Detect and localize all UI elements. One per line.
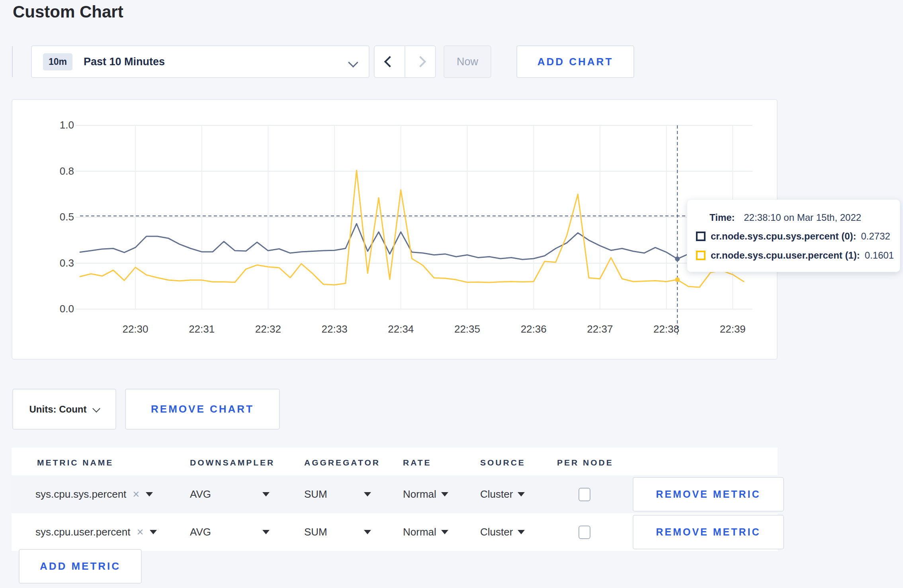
tooltip-time-value: 22:38:10 on Mar 15th, 2022: [744, 212, 861, 223]
chart-card[interactable]: [12, 99, 778, 360]
tooltip-series-row: cr.node.sys.cpu.sys.percent (0):0.2732: [696, 231, 890, 242]
tooltip-time-row: Time: 22:38:10 on Mar 15th, 2022: [710, 212, 861, 223]
per-node-cell: [579, 475, 590, 513]
metric-name-select[interactable]: sys.cpu.user.percent×: [35, 513, 157, 551]
aggregator-select[interactable]: SUM: [304, 513, 371, 551]
time-nav-group: [374, 45, 436, 78]
caret-down-icon: [364, 492, 371, 496]
caret-down-icon: [441, 530, 448, 534]
y-axis-tick-label: 0.5: [38, 211, 74, 223]
caret-down-icon: [518, 530, 525, 534]
downsampler-value: AVG: [190, 488, 211, 500]
clear-metric-icon[interactable]: ×: [137, 526, 143, 539]
x-axis-tick-label: 22:36: [506, 323, 561, 335]
caret-down-icon: [518, 492, 525, 496]
caret-down-icon: [262, 492, 270, 496]
aggregator-select[interactable]: SUM: [304, 475, 371, 513]
downsampler-select[interactable]: AVG: [190, 513, 270, 551]
chevron-down-icon: [348, 57, 358, 67]
per-node-cell: [579, 513, 590, 551]
x-axis-tick-label: 22:32: [240, 323, 296, 335]
units-select[interactable]: Units: Count: [12, 389, 116, 430]
aggregator-value: SUM: [304, 488, 327, 500]
chevron-left-icon: [384, 56, 395, 67]
column-header-aggregator: AGGREGATOR: [304, 458, 380, 467]
tooltip-series-label: cr.node.sys.cpu.user.percent (1):: [711, 250, 860, 261]
metric-row: sys.cpu.user.percent×AVGSUMNormalCluster…: [12, 513, 778, 551]
metric-name-value: sys.cpu.user.percent: [35, 526, 130, 538]
rate-value: Normal: [403, 526, 436, 538]
time-range-select[interactable]: 10m Past 10 Minutes: [31, 45, 369, 78]
metric-row: sys.cpu.sys.percent×AVGSUMNormalClusterR…: [12, 475, 778, 513]
downsampler-select[interactable]: AVG: [190, 475, 270, 513]
column-header-metric-name: METRIC NAME: [37, 458, 113, 467]
remove-metric-button[interactable]: REMOVE METRIC: [633, 477, 784, 512]
x-axis-tick-label: 22:34: [373, 323, 429, 335]
tooltip-series-label: cr.node.sys.cpu.sys.percent (0):: [711, 231, 856, 242]
y-axis-tick-label: 0.8: [38, 165, 74, 177]
source-select[interactable]: Cluster: [480, 475, 525, 513]
per-node-checkbox[interactable]: [579, 526, 590, 539]
add-chart-button[interactable]: ADD CHART: [516, 45, 634, 78]
metric-name-select[interactable]: sys.cpu.sys.percent×: [35, 475, 153, 513]
downsampler-value: AVG: [190, 526, 211, 538]
tooltip-series-row: cr.node.sys.cpu.user.percent (1):0.1601: [696, 250, 894, 261]
source-value: Cluster: [480, 526, 513, 538]
time-range-label: Past 10 Minutes: [84, 56, 165, 68]
caret-down-icon: [150, 530, 157, 534]
column-header-source: SOURCE: [480, 458, 526, 467]
column-header-rate: RATE: [403, 458, 432, 467]
x-axis-tick-label: 22:37: [572, 323, 628, 335]
remove-metric-button[interactable]: REMOVE METRIC: [633, 515, 784, 549]
y-axis-tick-label: 0.0: [38, 303, 74, 315]
x-axis-tick-label: 22:31: [174, 323, 230, 335]
time-range-badge: 10m: [43, 53, 72, 70]
chevron-down-icon: [93, 405, 101, 413]
now-button[interactable]: Now: [444, 45, 491, 78]
tooltip-time-label: Time:: [710, 212, 735, 223]
rate-select[interactable]: Normal: [403, 513, 448, 551]
aggregator-value: SUM: [304, 526, 327, 538]
add-metric-button[interactable]: ADD METRIC: [19, 549, 142, 584]
series-swatch-icon: [696, 251, 706, 260]
caret-down-icon: [146, 492, 153, 496]
caret-down-icon: [262, 530, 270, 534]
rate-value: Normal: [403, 488, 436, 500]
toolbar-divider: [12, 46, 13, 77]
column-header-per-node: PER NODE: [557, 458, 614, 467]
next-range-button[interactable]: [405, 46, 435, 77]
column-header-downsampler: DOWNSAMPLER: [190, 458, 275, 467]
remove-chart-button[interactable]: REMOVE CHART: [125, 389, 280, 430]
chevron-right-icon: [414, 56, 426, 67]
chart-tooltip: Time: 22:38:10 on Mar 15th, 2022 cr.node…: [687, 199, 900, 272]
tooltip-series-value: 0.1601: [865, 250, 894, 261]
tooltip-series-value: 0.2732: [861, 231, 890, 242]
y-axis-tick-label: 1.0: [38, 119, 74, 131]
x-axis-tick-label: 22:35: [440, 323, 495, 335]
rate-select[interactable]: Normal: [403, 475, 448, 513]
prev-range-button[interactable]: [375, 46, 405, 77]
metrics-table: METRIC NAMEDOWNSAMPLERAGGREGATORRATESOUR…: [12, 448, 778, 551]
source-select[interactable]: Cluster: [480, 513, 525, 551]
y-axis-tick-label: 0.3: [38, 257, 74, 269]
series-swatch-icon: [696, 232, 706, 241]
clear-metric-icon[interactable]: ×: [133, 488, 139, 501]
x-axis-tick-label: 22:39: [705, 323, 760, 335]
x-axis-tick-label: 22:38: [639, 323, 694, 335]
page-title: Custom Chart: [13, 2, 123, 21]
metric-name-value: sys.cpu.sys.percent: [35, 488, 126, 500]
source-value: Cluster: [480, 488, 513, 500]
per-node-checkbox[interactable]: [579, 488, 590, 501]
units-select-label: Units: Count: [29, 404, 87, 415]
caret-down-icon: [441, 492, 448, 496]
caret-down-icon: [364, 530, 371, 534]
x-axis-tick-label: 22:33: [307, 323, 362, 335]
x-axis-tick-label: 22:30: [108, 323, 163, 335]
